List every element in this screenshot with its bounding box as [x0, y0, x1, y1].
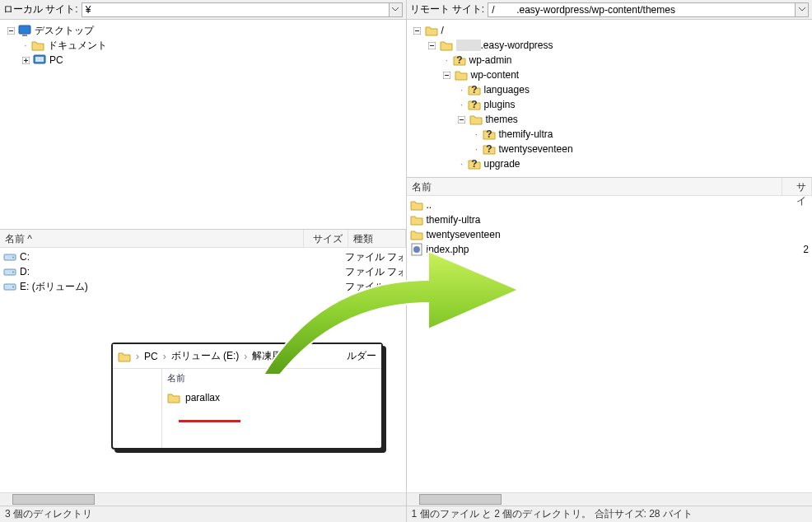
tree-label: wp-content	[471, 69, 520, 81]
breadcrumb-tail: ルダー	[347, 349, 376, 363]
tree-node-wp-content[interactable]: wp-content	[412, 68, 808, 82]
remote-pane: リモート サイト: / xxxxx.easy-wordpress · ? wp-…	[407, 0, 813, 522]
folder-icon	[410, 198, 423, 212]
svg-text:?: ?	[471, 158, 477, 170]
folder-icon	[410, 213, 423, 226]
tree-label: wp-admin	[469, 54, 512, 66]
remote-site-label: リモート サイト:	[410, 2, 485, 16]
list-item[interactable]: D: ファイル フォル	[0, 264, 406, 279]
tree-collapse-icon[interactable]	[441, 69, 453, 81]
tree-node-documents[interactable]: · ドキュメント	[5, 38, 401, 53]
tree-collapse-icon[interactable]	[456, 114, 468, 125]
list-item[interactable]: index.php 2	[407, 242, 813, 257]
svg-rect-2	[19, 26, 30, 34]
drive-icon	[3, 265, 16, 278]
folder-unknown-icon: ?	[483, 142, 496, 156]
pc-icon	[33, 54, 46, 67]
col-type[interactable]: 種類	[348, 230, 406, 247]
tree-collapse-icon[interactable]	[5, 25, 16, 36]
sort-asc-icon: ^	[27, 233, 32, 245]
tree-node-root[interactable]: /	[412, 23, 808, 38]
tree-connector: ·	[20, 40, 31, 51]
tree-node-languages[interactable]: · ? languages	[412, 82, 808, 97]
folder-icon	[410, 228, 423, 241]
item-name: D:	[20, 266, 301, 277]
list-item-parent[interactable]: ..	[407, 198, 813, 212]
local-site-bar: ローカル サイト:	[0, 0, 406, 20]
col-name[interactable]: 名前	[407, 178, 783, 195]
drive-icon	[3, 280, 16, 293]
folder-icon	[118, 350, 131, 363]
tree-label: twentyseventeen	[499, 143, 573, 155]
svg-text:?: ?	[486, 128, 492, 140]
tree-label: themify-ultra	[499, 128, 553, 140]
breadcrumb[interactable]: › PC › ボリューム (E:) › 解凍用	[136, 349, 282, 363]
folder-icon	[31, 39, 44, 52]
tree-node-twentyseventeen[interactable]: · ? twentyseventeen	[412, 142, 808, 156]
item-name: C:	[20, 251, 301, 263]
tree-node-pc[interactable]: PC	[5, 53, 401, 68]
col-size[interactable]: サイズ	[304, 230, 348, 247]
tree-node-desktop[interactable]: デスクトップ	[5, 23, 401, 38]
col-size[interactable]: サイ	[782, 178, 812, 195]
breadcrumb-item[interactable]: PC	[144, 351, 158, 362]
list-item[interactable]: E: (ボリューム) ファイル	[0, 279, 406, 294]
tree-label: plugins	[484, 99, 516, 110]
breadcrumb-sep-icon: ›	[244, 351, 247, 362]
svg-rect-3	[22, 35, 27, 36]
folder-unknown-icon: ?	[453, 54, 466, 67]
remote-tree[interactable]: / xxxxx.easy-wordpress · ? wp-admin wp-c…	[407, 20, 813, 178]
explorer-list[interactable]: 名前 parallax	[162, 369, 381, 448]
folder-unknown-icon: ?	[468, 157, 481, 170]
annotation-underline	[179, 420, 240, 422]
explorer-col-name[interactable]: 名前	[167, 372, 376, 385]
list-item[interactable]: C: ファイル フォル	[0, 249, 406, 264]
item-type: ファイル	[345, 280, 403, 294]
remote-site-bar: リモート サイト:	[407, 0, 813, 20]
explorer-overlay-window: › PC › ボリューム (E:) › 解凍用 ルダー 名前 parallax	[111, 343, 383, 450]
svg-text:?: ?	[471, 84, 477, 96]
local-site-path-input[interactable]	[82, 2, 390, 17]
tree-node-upgrade[interactable]: · ? upgrade	[412, 156, 808, 171]
local-site-dropdown-button[interactable]	[390, 2, 403, 17]
remote-file-list[interactable]: 名前 サイ .. themify-ultra twentyseventeen	[407, 178, 813, 492]
tree-label: デスクトップ	[35, 24, 94, 38]
remote-site-path-input[interactable]	[488, 2, 796, 17]
tree-label: xxxxx.easy-wordpress	[456, 40, 553, 51]
chevron-down-icon	[799, 7, 805, 12]
explorer-item-parallax[interactable]: parallax	[167, 391, 376, 404]
breadcrumb-item[interactable]: ボリューム (E:)	[171, 349, 240, 363]
folder-icon	[425, 24, 438, 37]
list-item[interactable]: themify-ultra	[407, 212, 813, 227]
scrollbar-thumb[interactable]	[12, 494, 95, 505]
local-list-header[interactable]: 名前 ^ サイズ 種類	[0, 230, 406, 248]
item-size: 2	[779, 244, 809, 255]
scrollbar-horizontal[interactable]	[407, 492, 813, 506]
tree-expand-icon[interactable]	[20, 54, 31, 66]
scrollbar-horizontal[interactable]	[0, 492, 406, 506]
folder-unknown-icon: ?	[468, 83, 481, 96]
item-name: twentyseventeen	[427, 229, 780, 240]
tree-node-themify-ultra[interactable]: · ? themify-ultra	[412, 127, 808, 142]
tree-collapse-icon[interactable]	[412, 25, 423, 36]
item-name: E: (ボリューム)	[20, 280, 301, 294]
item-name: ..	[427, 199, 780, 211]
tree-node-wp-admin[interactable]: · ? wp-admin	[412, 53, 808, 68]
tree-node-plugins[interactable]: · ? plugins	[412, 97, 808, 112]
col-name[interactable]: 名前 ^	[0, 230, 304, 247]
tree-collapse-icon[interactable]	[427, 40, 438, 51]
scrollbar-thumb[interactable]	[419, 494, 502, 505]
list-item[interactable]: twentyseventeen	[407, 227, 813, 242]
local-statusbar: 3 個のディレクトリ	[0, 506, 406, 522]
php-file-icon	[410, 243, 423, 256]
breadcrumb-item[interactable]: 解凍用	[252, 349, 282, 363]
remote-site-dropdown-button[interactable]	[796, 2, 809, 17]
explorer-addressbar[interactable]: › PC › ボリューム (E:) › 解凍用 ルダー	[113, 344, 381, 369]
local-site-label: ローカル サイト:	[3, 2, 78, 16]
local-tree[interactable]: デスクトップ · ドキュメント PC	[0, 20, 406, 230]
tree-node-site[interactable]: xxxxx.easy-wordpress	[412, 38, 808, 53]
desktop-icon	[18, 24, 31, 37]
tree-node-themes[interactable]: themes	[412, 112, 808, 127]
remote-list-header[interactable]: 名前 サイ	[407, 178, 813, 196]
item-name: themify-ultra	[427, 214, 780, 226]
